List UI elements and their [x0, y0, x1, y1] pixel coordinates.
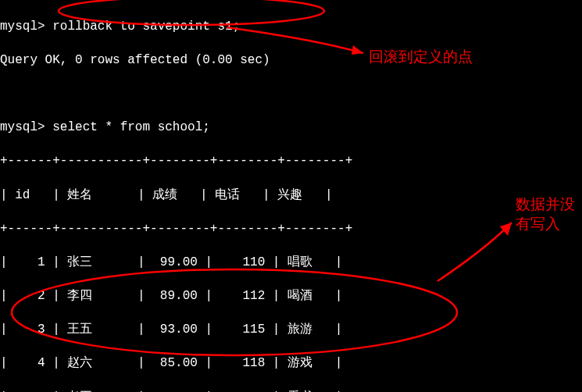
annotation-nodata: 数据并没有写入 — [516, 195, 578, 233]
cmd-line-1: mysql> rollback to savepoint s1; — [0, 19, 582, 36]
command-text: select * from school; — [52, 120, 210, 134]
command-text: rollback to savepoint s1; — [52, 20, 240, 34]
table-row: | 3 | 王五 | 93.00 | 115 | 旅游 | — [0, 322, 582, 339]
annotation-rollback: 回滚到定义的点 — [369, 47, 473, 67]
table-row: | 2 | 李四 | 89.00 | 112 | 喝酒 | — [0, 288, 582, 305]
prompt: mysql> — [0, 120, 45, 134]
table-border-mid: +------+-----------+--------+--------+--… — [0, 221, 582, 238]
cmd-line-2: mysql> select * from school; — [0, 119, 582, 137]
table-header: | id | 姓名 | 成绩 | 电话 | 兴趣 | — [0, 187, 582, 205]
table-row: | 4 | 赵六 | 85.00 | 118 | 游戏 | — [0, 355, 582, 372]
table-row: | 1 | 张三 | 99.00 | 110 | 唱歌 | — [0, 255, 582, 272]
result-line-1: Query OK, 0 rows affected (0.00 sec) — [0, 52, 582, 69]
terminal-output: mysql> rollback to savepoint s1; Query O… — [0, 0, 582, 392]
table-border-top: +------+-----------+--------+--------+--… — [0, 153, 582, 170]
prompt: mysql> — [0, 20, 45, 34]
table-row: | 5 | 老王 | 70.00 | 119 | 看书 | — [0, 390, 582, 392]
blank-line — [0, 86, 582, 103]
